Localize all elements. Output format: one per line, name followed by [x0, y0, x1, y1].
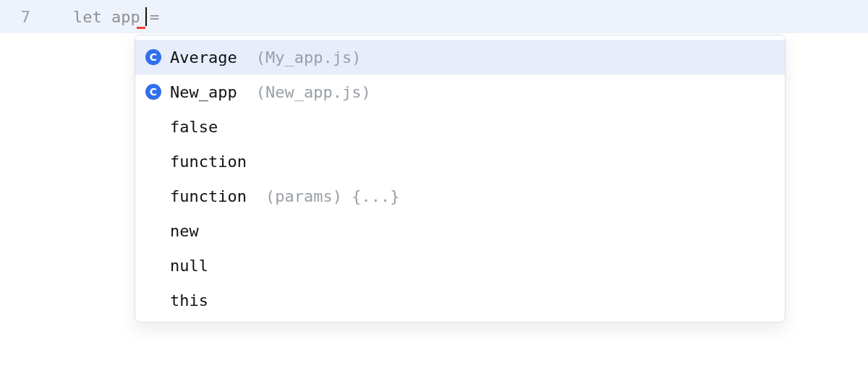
completion-item[interactable]: false — [135, 109, 785, 144]
text-caret — [145, 7, 147, 26]
completion-label: new — [170, 222, 199, 240]
completion-label: function — [170, 153, 247, 171]
line-number: 7 — [0, 8, 35, 26]
completion-item[interactable]: CNew_app(New_app.js) — [135, 74, 785, 109]
completion-item[interactable]: CAverage(My_app.js) — [135, 40, 785, 74]
error-underline — [137, 27, 145, 29]
completion-label: function — [170, 187, 247, 205]
completion-label: false — [170, 118, 218, 136]
keyword-let: let — [73, 8, 102, 26]
identifier-app: app — [111, 8, 140, 26]
completion-hint: (New_app.js) — [256, 83, 371, 101]
editor-line[interactable]: 7 let app = — [0, 0, 868, 33]
completion-label: Average — [170, 48, 237, 67]
code-completion-popup[interactable]: CAverage(My_app.js)CNew_app(New_app.js)f… — [135, 35, 786, 322]
completion-label: null — [170, 257, 208, 275]
completion-label: New_app — [170, 83, 237, 101]
class-icon: C — [145, 49, 161, 65]
completion-icon-slot: C — [145, 84, 161, 100]
completion-hint: (My_app.js) — [256, 48, 362, 67]
completion-label: this — [170, 291, 208, 309]
completion-hint: (params) {...} — [265, 187, 399, 205]
class-icon: C — [145, 84, 161, 100]
completion-icon-slot: C — [145, 49, 161, 65]
completion-item[interactable]: function — [135, 144, 785, 179]
completion-item[interactable]: null — [135, 248, 785, 283]
completion-item[interactable]: new — [135, 213, 785, 248]
completion-item[interactable]: this — [135, 283, 785, 317]
operator-equals: = — [150, 8, 159, 26]
completion-item[interactable]: function(params) {...} — [135, 179, 785, 213]
